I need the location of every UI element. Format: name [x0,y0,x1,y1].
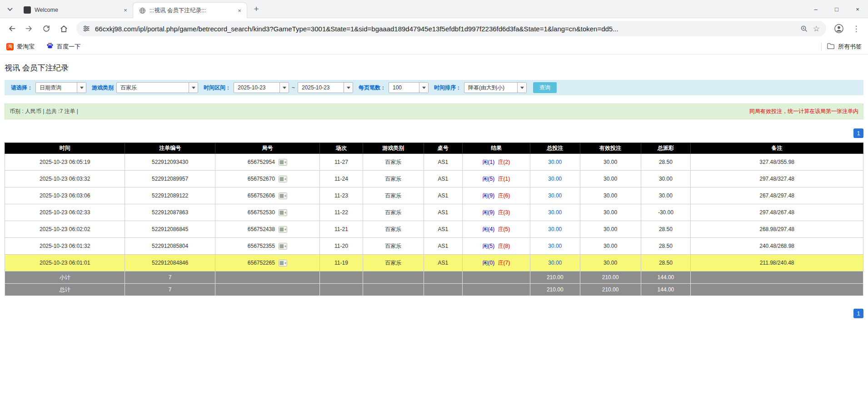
view-video-icon[interactable] [279,159,287,166]
search-button[interactable]: 查询 [533,82,557,93]
time-from-select[interactable]: 2025-10-23 [234,82,289,93]
total-bet-link[interactable]: 30.00 [548,226,562,232]
summary-bar: 币别 : 人民币 | 总共 :7 注单 | 同局有效投注，统一计算在该局第一张注… [5,103,863,119]
table-header-row: 时间 注单编号 局号 场次 游戏类别 桌号 结果 总投注 有效投注 总派彩 备注 [5,143,863,154]
profile-avatar[interactable] [832,21,846,36]
subtotal-row: 小计 7 210.00 210.00 144.00 [5,271,863,284]
round-number: 656752355 [248,243,275,249]
total-bet-link[interactable]: 30.00 [548,209,562,216]
close-button[interactable]: × [847,0,868,18]
url-text[interactable]: 66cxkj98.com/ipl/portal.php/game/betreco… [95,25,795,33]
chevron-down-icon[interactable] [189,83,198,93]
bookmark-label: 百度一下 [57,43,80,51]
subtotal-payout: 144.00 [641,271,691,284]
browser-menu-icon[interactable]: ⋮ [849,21,863,36]
tab-close-icon[interactable]: × [122,6,129,14]
maximize-button[interactable]: □ [826,0,847,18]
page-1-button[interactable]: 1 [853,128,863,138]
total-bet-link[interactable]: 30.00 [548,159,562,165]
cell-result: 闲(0) 庄(7) [462,255,530,271]
chevron-down-icon[interactable] [517,83,526,93]
bookmarks-bar: 淘 爱淘宝 百度一下 所有书签 [0,39,868,54]
game-type-label: 游戏类别 [92,84,114,92]
bookmark-baidu[interactable]: 百度一下 [46,42,80,51]
round-number: 656752954 [248,159,275,165]
cell-total-bet: 30.00 [530,187,580,204]
tab-welcome[interactable]: Welcome × [18,2,133,18]
view-video-icon[interactable] [279,176,287,182]
cell-game: 百家乐 [363,171,424,187]
reload-button[interactable] [39,21,54,36]
cell-table-no: AS1 [424,154,462,171]
view-video-icon[interactable] [279,192,287,199]
game-type-value: 百家乐 [117,83,189,93]
total-bet-link[interactable]: 30.00 [548,192,562,199]
pagination-bottom: 1 [5,309,863,318]
time-to-select[interactable]: 2025-10-23 [298,82,353,93]
cell-total-bet: 30.00 [530,255,580,271]
bookmark-star-icon[interactable]: ☆ [813,24,820,34]
cell-game: 百家乐 [363,221,424,238]
empty-cell [363,271,424,284]
view-video-icon[interactable] [279,260,287,266]
cell-session: 11-19 [320,255,363,271]
result-player: 闲(4) [483,226,495,232]
table-row: 2025-10-23 06:01:32 522912085804 6567523… [5,238,863,255]
zoom-icon[interactable] [800,25,808,33]
col-header-valid-bet: 有效投注 [580,143,641,154]
bet-table-body: 2025-10-23 06:05:19 522912093430 6567529… [5,154,863,271]
cell-total-bet: 30.00 [530,204,580,221]
cell-valid-bet: 30.00 [580,238,641,255]
col-header-total-bet: 总投注 [530,143,580,154]
col-header-round: 局号 [215,143,319,154]
cell-valid-bet: 30.00 [580,171,641,187]
empty-cell [462,284,530,296]
cell-total-bet: 30.00 [530,171,580,187]
total-valid-bet: 210.00 [580,284,641,296]
view-video-icon[interactable] [279,226,287,233]
col-header-bet-id: 注单编号 [125,143,215,154]
chevron-down-icon[interactable] [77,83,86,93]
bet-records-table: 时间 注单编号 局号 场次 游戏类别 桌号 结果 总投注 有效投注 总派彩 备注… [5,143,863,296]
cell-table-no: AS1 [424,204,462,221]
site-info-icon[interactable] [83,25,90,32]
all-bookmarks[interactable]: 所有书签 [827,43,862,51]
cell-time: 2025-10-23 06:02:02 [5,221,125,238]
view-video-icon[interactable] [279,209,287,216]
cell-table-no: AS1 [424,187,462,204]
chevron-down-icon[interactable] [344,83,353,93]
tab-close-icon[interactable]: × [236,7,243,14]
home-button[interactable] [56,21,71,36]
query-type-select[interactable]: 日期查询 [35,82,86,93]
round-number: 656752265 [248,260,275,266]
chevron-down-icon[interactable] [419,83,428,93]
new-tab-button[interactable]: + [250,3,263,15]
chevron-down-icon[interactable] [279,83,289,93]
page-size-select[interactable]: 100 [389,82,429,93]
page-1-button[interactable]: 1 [853,309,863,318]
globe-favicon [139,7,146,14]
view-video-icon[interactable] [279,243,287,250]
round-number: 656752530 [248,209,275,216]
cell-payout: 28.50 [641,221,691,238]
cell-time: 2025-10-23 06:01:01 [5,255,125,271]
total-bet-link[interactable]: 30.00 [548,176,562,182]
forward-button[interactable] [22,21,36,36]
cell-note: 267.48/297.48 [691,187,863,204]
game-type-select[interactable]: 百家乐 [116,82,198,93]
cell-note: 268.98/297.48 [691,221,863,238]
sort-select[interactable]: 降幂(由大到小) [464,82,527,93]
total-bet-link[interactable]: 30.00 [548,260,562,266]
back-button[interactable] [5,21,19,36]
bookmark-taobao[interactable]: 淘 爱淘宝 [6,43,35,51]
result-banker: 庄(5) [498,226,510,232]
tab-search-chevron-icon[interactable] [4,3,16,15]
cell-result: 闲(4) 庄(5) [462,221,530,238]
total-bet-link[interactable]: 30.00 [548,243,562,249]
tab-betrecord[interactable]: :::视讯 会员下注纪录::: × [133,2,247,18]
url-bar[interactable]: 66cxkj98.com/ipl/portal.php/game/betreco… [76,21,826,36]
cell-valid-bet: 30.00 [580,154,641,171]
total-payout: 144.00 [641,284,691,296]
result-banker: 庄(6) [498,192,510,199]
minimize-button[interactable]: – [805,0,826,18]
